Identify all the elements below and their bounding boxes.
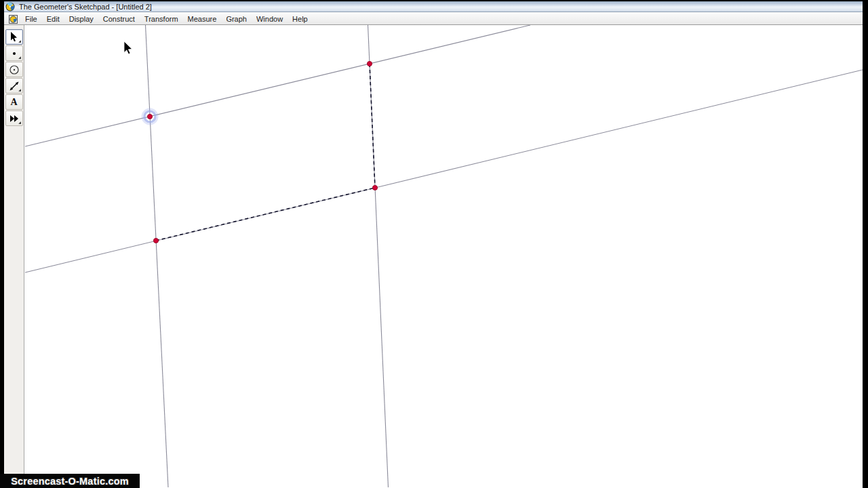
selected-segment-right[interactable] bbox=[370, 64, 375, 188]
custom-tool[interactable] bbox=[5, 110, 23, 126]
straightedge-tool[interactable] bbox=[5, 78, 23, 94]
arrow-cursor-icon bbox=[9, 32, 19, 43]
point-dot-icon bbox=[9, 49, 19, 58]
menu-items: FileEditDisplayConstructTransformMeasure… bbox=[20, 12, 313, 24]
selection-arrow-tool[interactable] bbox=[5, 29, 23, 45]
sketchpad-logo-icon bbox=[5, 2, 15, 12]
menu-graph[interactable]: Graph bbox=[221, 14, 252, 24]
frame-edge-top bbox=[0, 0, 868, 1]
submenu-mark bbox=[18, 56, 21, 59]
frame-edge-left bbox=[0, 0, 4, 488]
app-window: The Geometer's Sketchpad - [Untitled 2] … bbox=[4, 1, 863, 488]
menu-window[interactable]: Window bbox=[252, 14, 288, 24]
double-arrow-diagonal-icon bbox=[9, 81, 20, 92]
window-title: The Geometer's Sketchpad - [Untitled 2] bbox=[19, 3, 152, 11]
submenu-mark bbox=[18, 121, 21, 124]
document-menu-icon[interactable] bbox=[9, 14, 18, 23]
mouse-cursor bbox=[124, 41, 132, 54]
geometry-svg[interactable] bbox=[24, 25, 863, 487]
upper-transversal-line[interactable] bbox=[25, 25, 530, 146]
menu-edit[interactable]: Edit bbox=[42, 14, 64, 24]
submenu-mark bbox=[18, 89, 21, 92]
compass-tool[interactable] bbox=[5, 62, 23, 77]
selected-segment-bottom[interactable] bbox=[156, 188, 375, 241]
content-area: A bbox=[4, 25, 863, 488]
menu-file[interactable]: File bbox=[20, 14, 42, 24]
menu-help[interactable]: Help bbox=[288, 14, 313, 24]
text-tool[interactable]: A bbox=[5, 94, 23, 110]
watermark: Screencast-O-Matic.com bbox=[0, 474, 140, 488]
letter-a-icon: A bbox=[10, 98, 17, 107]
toolbox: A bbox=[4, 25, 24, 488]
point-upper-left[interactable] bbox=[147, 114, 152, 119]
menu-bar: FileEditDisplayConstructTransformMeasure… bbox=[4, 12, 863, 25]
circle-icon bbox=[9, 64, 20, 75]
menu-display[interactable]: Display bbox=[64, 14, 98, 24]
submenu-mark bbox=[18, 40, 21, 43]
title-bar: The Geometer's Sketchpad - [Untitled 2] bbox=[4, 1, 863, 12]
lower-transversal-line[interactable] bbox=[25, 70, 863, 272]
sketch-canvas[interactable] bbox=[24, 25, 863, 488]
point-upper-right[interactable] bbox=[367, 61, 372, 66]
point-lower-left[interactable] bbox=[153, 238, 158, 243]
point-mid-right[interactable] bbox=[372, 185, 377, 190]
menu-measure[interactable]: Measure bbox=[183, 14, 222, 24]
menu-transform[interactable]: Transform bbox=[140, 14, 183, 24]
point-tool[interactable] bbox=[5, 45, 23, 61]
menu-construct[interactable]: Construct bbox=[98, 14, 140, 24]
video-frame: The Geometer's Sketchpad - [Untitled 2] … bbox=[0, 0, 868, 488]
frame-edge-right bbox=[863, 0, 868, 488]
vertical-line-left[interactable] bbox=[146, 25, 169, 487]
double-chevron-icon bbox=[9, 114, 20, 123]
